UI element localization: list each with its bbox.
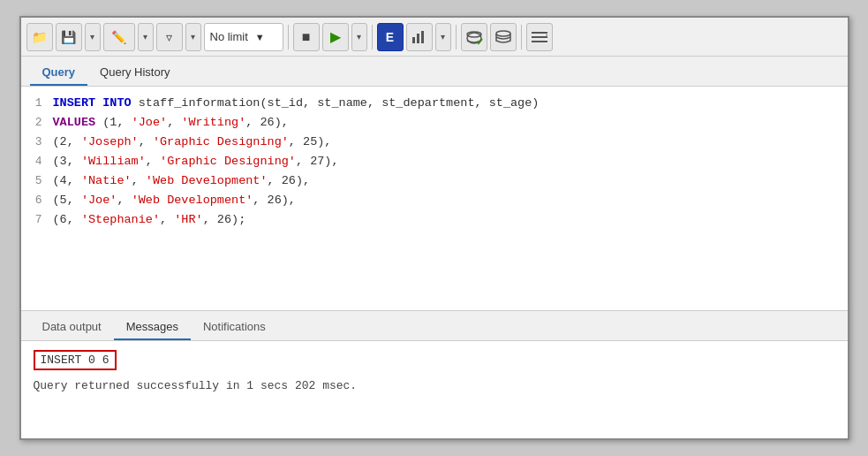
separator-2 bbox=[372, 25, 373, 49]
query-tabs-bar: Query Query History bbox=[21, 57, 848, 87]
code-line-5: 5 (4, 'Natie', 'Web Development', 26), bbox=[21, 171, 848, 191]
line-num-2: 2 bbox=[21, 113, 53, 133]
svg-rect-13 bbox=[545, 41, 547, 42]
menu-btn[interactable] bbox=[526, 23, 553, 51]
code-text-4: (3, 'William', 'Graphic Designing', 27), bbox=[53, 152, 339, 171]
explain-btn[interactable]: E bbox=[377, 23, 404, 51]
save-btn[interactable]: 💾 bbox=[56, 23, 82, 51]
limit-label: No limit bbox=[210, 30, 248, 43]
line-num-3: 3 bbox=[21, 133, 53, 152]
svg-rect-3 bbox=[426, 34, 426, 35]
code-text-5: (4, 'Natie', 'Web Development', 26), bbox=[53, 171, 311, 191]
chart-btn[interactable] bbox=[406, 23, 433, 51]
line-num-5: 5 bbox=[21, 171, 53, 191]
success-message: Query returned successfully in 1 secs 20… bbox=[34, 379, 358, 392]
code-text-2: VALUES (1, 'Joe', 'Writing', 26), bbox=[53, 113, 289, 133]
run-btn[interactable]: ▶ bbox=[322, 23, 349, 51]
stack-btn[interactable] bbox=[490, 23, 517, 51]
filter-btn[interactable]: ▿ bbox=[156, 23, 183, 51]
output-tabs-bar: Data output Messages Notifications bbox=[21, 311, 848, 341]
code-editor[interactable]: 1 INSERT INTO staff_information(st_id, s… bbox=[21, 87, 848, 311]
tab-messages[interactable]: Messages bbox=[114, 315, 191, 340]
folder-btn[interactable]: 📁 bbox=[26, 23, 53, 51]
code-line-1: 1 INSERT INTO staff_information(st_id, s… bbox=[21, 94, 848, 113]
separator-3 bbox=[456, 25, 457, 49]
svg-rect-2 bbox=[421, 31, 424, 43]
filter-chevron[interactable]: ▾ bbox=[185, 23, 201, 51]
pencil-btn[interactable]: ✏️ bbox=[103, 23, 135, 51]
code-line-3: 3 (2, 'Joseph', 'Graphic Designing', 25)… bbox=[21, 133, 848, 152]
code-text-1: INSERT INTO staff_information(st_id, st_… bbox=[53, 94, 540, 113]
separator-1 bbox=[288, 25, 289, 49]
toolbar: 📁 💾 ▾ ✏️ ▾ ▿ ▾ No limit ▼ ■ ▶ ▾ E ▾ bbox=[21, 18, 848, 57]
tab-query-history[interactable]: Query History bbox=[87, 60, 182, 86]
svg-rect-12 bbox=[545, 36, 547, 38]
line-num-4: 4 bbox=[21, 152, 53, 171]
svg-point-6 bbox=[496, 31, 510, 36]
chart-chevron[interactable]: ▾ bbox=[435, 23, 451, 51]
output-area: INSERT 0 6 Query returned successfully i… bbox=[21, 341, 848, 438]
save-chevron[interactable]: ▾ bbox=[85, 23, 101, 51]
line-num-7: 7 bbox=[21, 210, 53, 230]
code-line-7: 7 (6, 'Stephanie', 'HR', 26); bbox=[21, 210, 848, 230]
code-line-2: 2 VALUES (1, 'Joe', 'Writing', 26), bbox=[21, 113, 848, 133]
limit-arrow: ▼ bbox=[255, 32, 265, 42]
check-server-btn[interactable] bbox=[461, 23, 487, 51]
line-num-1: 1 bbox=[21, 94, 53, 113]
pencil-chevron[interactable]: ▾ bbox=[138, 23, 154, 51]
svg-rect-11 bbox=[545, 32, 547, 34]
code-text-7: (6, 'Stephanie', 'HR', 26); bbox=[53, 210, 246, 230]
run-chevron[interactable]: ▾ bbox=[351, 23, 367, 51]
line-num-6: 6 bbox=[21, 191, 53, 210]
limit-select[interactable]: No limit ▼ bbox=[204, 23, 283, 51]
code-text-6: (5, 'Joe', 'Web Development', 26), bbox=[53, 191, 296, 210]
svg-rect-1 bbox=[417, 34, 419, 43]
code-line-6: 6 (5, 'Joe', 'Web Development', 26), bbox=[21, 191, 848, 210]
stop-btn[interactable]: ■ bbox=[293, 23, 320, 51]
svg-rect-0 bbox=[412, 37, 415, 43]
code-line-4: 4 (3, 'William', 'Graphic Designing', 27… bbox=[21, 152, 848, 171]
result-badge: INSERT 0 6 bbox=[34, 350, 117, 370]
main-window: 📁 💾 ▾ ✏️ ▾ ▿ ▾ No limit ▼ ■ ▶ ▾ E ▾ bbox=[19, 16, 849, 440]
tab-notifications[interactable]: Notifications bbox=[191, 315, 278, 340]
tab-data-output[interactable]: Data output bbox=[30, 315, 114, 340]
code-text-3: (2, 'Joseph', 'Graphic Designing', 25), bbox=[53, 133, 332, 152]
tab-query[interactable]: Query bbox=[30, 60, 88, 86]
separator-4 bbox=[521, 25, 522, 49]
